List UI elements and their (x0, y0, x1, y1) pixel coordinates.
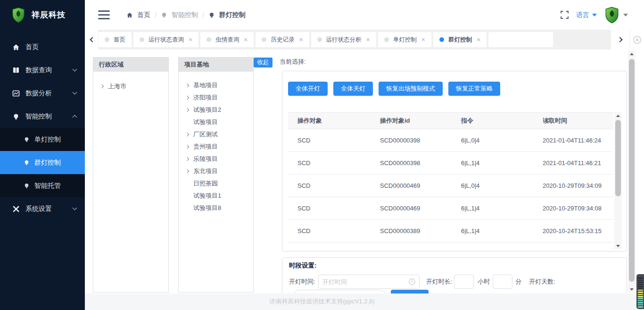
tabs: 首页 运行状态查询 × 虫情查询 × 历史记录 × 运行状态分析 × (99, 30, 611, 50)
chevron-down-icon (73, 90, 77, 95)
project-tree-item[interactable]: 试验项目1 (186, 190, 253, 202)
tab-insect-query[interactable]: 虫情查询 × (200, 32, 254, 47)
project-tree-item[interactable]: 试验项目 (186, 116, 253, 128)
time-settings-form: 开灯时间: 开灯时长: 小时 分 开灯天数: (289, 275, 555, 289)
table-row[interactable]: SCD SCD00000469 6|L,1|4 2020-10-29T09:34… (288, 197, 613, 220)
breadcrumb-home[interactable]: 首页 (137, 11, 150, 19)
time-settings-title: 时段设置: (289, 261, 317, 270)
project-tree-item[interactable]: 厂区测试 (186, 128, 253, 141)
tools-icon (12, 205, 20, 213)
footer-text: 济南祥辰科技提供技术支持(ppcV1.2.8) (0, 293, 644, 309)
scroll-up-icon[interactable] (614, 112, 622, 119)
project-tree-item[interactable]: 东北项目 (186, 165, 253, 177)
table-row[interactable]: SCD SCD00000398 6|L,1|4 2021-01-04T11:46… (288, 152, 613, 175)
tab-run-status-query[interactable]: 运行状态查询 × (133, 32, 198, 47)
project-tree-item[interactable]: 日照茶园 (186, 177, 253, 190)
close-tab-icon[interactable]: × (477, 36, 480, 43)
cell-target-id: SCD00000469 (371, 205, 452, 212)
chevron-up-icon (73, 115, 77, 120)
all-lights-on-button[interactable]: 全体开灯 (288, 82, 328, 96)
sidebar-item-smart-hosting[interactable]: 智能托管 (0, 174, 85, 197)
chevron-right-icon (185, 108, 189, 112)
scrollbar-thumb[interactable] (615, 120, 621, 196)
close-tab-icon[interactable]: × (366, 36, 370, 43)
restore-normal-strategy-button[interactable]: 恢复正常策略 (448, 82, 500, 96)
project-tree-item[interactable]: 贵州项目 (186, 141, 253, 153)
sidebar-item-label: 智能控制 (25, 112, 52, 121)
tree-item-label: 厂区测试 (193, 130, 218, 139)
sidebar-item-smart-control[interactable]: 智能控制 (0, 105, 85, 128)
tab-label: 运行状态查询 (149, 36, 184, 44)
collapse-panel-button[interactable]: 收起 (254, 58, 272, 67)
project-tree-item[interactable]: 乐陵项目 (186, 153, 253, 165)
footer: 济南祥辰科技提供技术支持(ppcV1.2.8) (0, 293, 644, 310)
app-logo: 祥辰科技 (0, 0, 85, 30)
scrollbar-thumb[interactable] (629, 59, 635, 282)
close-tab-icon[interactable]: × (299, 36, 303, 43)
shield-logo-icon (11, 7, 25, 23)
submenu-item-label: 单灯控制 (34, 135, 61, 144)
table-row[interactable]: SCD SCD00000389 6|L,1|4 2020-10-24T15:53… (288, 220, 613, 243)
breadcrumb-separator: / (202, 11, 204, 19)
table-row[interactable]: SCD SCD00000398 6|L,0|4 2021-01-04T11:46… (288, 129, 613, 152)
fullscreen-icon[interactable] (561, 11, 569, 19)
cell-target: SCD (288, 205, 371, 212)
table-row[interactable]: SCD SCD00000469 6|L,0|4 2020-10-29T09:34… (288, 175, 613, 197)
all-lights-off-button[interactable]: 全体关灯 (333, 82, 373, 96)
tab-label: 单灯控制 (393, 36, 417, 44)
bulb-icon (24, 136, 30, 142)
avatar (604, 7, 619, 24)
tab-history[interactable]: 历史记录 × (256, 32, 309, 47)
language-selector[interactable]: 语言 (576, 11, 597, 19)
partial-date-input[interactable] (293, 290, 386, 293)
region-panel-title: 行政区域 (93, 58, 168, 72)
tab-run-status-analysis[interactable]: 运行状态分析 × (311, 32, 376, 47)
duration-hours-input[interactable] (454, 275, 474, 289)
tabs-scroll-right-button[interactable] (611, 30, 630, 50)
sidebar-item-single-lamp-control[interactable]: 单灯控制 (0, 128, 85, 151)
column-header: 操作对象 (288, 117, 371, 125)
sidebar-item-home[interactable]: 首页 (0, 35, 85, 59)
sidebar-item-system-settings[interactable]: 系统设置 (0, 197, 85, 220)
region-tree-item-shanghai[interactable]: 上海市 (100, 80, 168, 92)
project-tree-item[interactable]: 试验项目2 (186, 104, 253, 116)
restore-factory-preset-button[interactable]: 恢复出场预制模式 (379, 82, 443, 96)
project-tree-item[interactable]: 济阳项目 (186, 92, 253, 104)
close-all-tabs-button[interactable] (630, 30, 644, 50)
tabs-scroll-left-button[interactable] (85, 30, 98, 50)
cell-read-time: 2020-10-29T09:34:09 (533, 182, 613, 189)
table-scrollbar[interactable] (614, 112, 622, 249)
chart-icon (12, 90, 20, 97)
control-buttons: 全体开灯 全体关灯 恢复出场预制模式 恢复正常策略 (288, 82, 500, 96)
tab-single-lamp-control[interactable]: 单灯控制 × (378, 32, 431, 47)
scroll-up-icon[interactable] (628, 50, 636, 57)
tab-group-lamp-control[interactable]: 群灯控制 × (433, 32, 487, 47)
on-time-input[interactable] (318, 275, 420, 289)
cell-target: SCD (288, 227, 371, 235)
close-tab-icon[interactable]: × (189, 36, 192, 43)
chevron-right-icon (185, 133, 189, 136)
tree-item-label: 上海市 (108, 82, 126, 91)
column-header: 指令 (452, 117, 533, 125)
partial-submit-button[interactable] (391, 290, 429, 293)
tab-home[interactable]: 首页 (99, 32, 132, 47)
project-tree-item[interactable]: 试验项目8 (186, 202, 253, 214)
scroll-down-icon[interactable] (628, 286, 636, 293)
duration-minutes-input[interactable] (493, 275, 512, 289)
menu-toggle-icon[interactable] (98, 10, 110, 19)
smart-control-submenu: 单灯控制 群灯控制 智能托管 (0, 128, 85, 197)
scroll-down-icon[interactable] (614, 243, 622, 249)
indicator-yellow-bars (638, 290, 643, 298)
close-tab-icon[interactable]: × (421, 36, 425, 43)
user-avatar-menu[interactable] (604, 7, 628, 24)
sidebar-item-group-lamp-control[interactable]: 群灯控制 (0, 151, 85, 174)
breadcrumb-smart-control[interactable]: 智能控制 (172, 11, 198, 19)
main-scrollbar[interactable] (628, 50, 636, 293)
project-tree-item[interactable]: 基地项目 (186, 79, 253, 92)
chevron-right-icon (185, 145, 189, 149)
sidebar-item-data-query[interactable]: 数据查询 (0, 59, 85, 82)
close-tab-icon[interactable]: × (244, 36, 248, 43)
tree-item-label: 济阳项目 (193, 93, 218, 102)
cell-command: 6|L,0|4 (452, 137, 533, 144)
sidebar-item-data-analysis[interactable]: 数据分析 (0, 82, 85, 105)
